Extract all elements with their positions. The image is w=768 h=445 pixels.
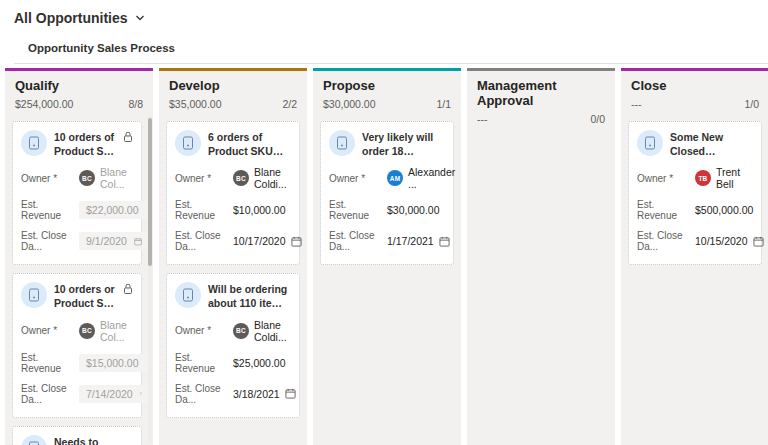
kanban-column-management-approval: Management Approval --- 0/0 — [467, 68, 615, 445]
revenue-label: Est. Revenue — [637, 199, 695, 221]
revenue-value[interactable]: $25,000.00 — [233, 357, 286, 369]
opportunity-card[interactable]: 10 orders of Product SKU JJ202 (sample) … — [12, 121, 142, 265]
owner-name: Alexander ... — [408, 166, 455, 190]
close-date-value[interactable]: 10/15/2020 — [695, 235, 764, 247]
opportunity-card[interactable]: Will be ordering about 110 items of all … — [166, 273, 300, 417]
revenue-value[interactable]: $500,000.00 — [695, 204, 753, 216]
owner-value[interactable]: BC Blane Coldi... — [233, 166, 291, 190]
close-date-label: Est. Close Da... — [637, 230, 695, 252]
column-count: 2/2 — [282, 98, 297, 110]
opportunity-entity-icon — [21, 130, 47, 156]
card-title: Needs to restock their supply of Product… — [54, 435, 133, 445]
close-date-label: Est. Close Da... — [175, 383, 233, 405]
owner-value[interactable]: TB Trent Bell — [695, 166, 753, 190]
card-title: Some New Closed Opportunity — [670, 130, 753, 158]
close-date-value[interactable]: 1/17/2021 — [387, 235, 450, 247]
revenue-label: Est. Revenue — [175, 199, 233, 221]
revenue-value: $22,000.00 — [79, 201, 149, 219]
card-title: Very likely will order 18 Product SKU JJ… — [362, 130, 445, 158]
kanban-column-develop: Develop $35,000.00 2/2 6 orders of Produ… — [159, 68, 307, 445]
kanban-board: Qualify $254,000.00 8/8 10 orders of Pro… — [0, 64, 768, 445]
owner-value[interactable]: AM Alexander ... — [387, 166, 455, 190]
close-date-label: Est. Close Da... — [21, 230, 79, 252]
revenue-label: Est. Revenue — [329, 199, 387, 221]
calendar-icon — [140, 388, 142, 399]
column-amount: --- — [477, 113, 488, 125]
column-cards — [467, 129, 615, 445]
opportunity-card[interactable]: 10 orders or Product SKU AX305 this summ… — [12, 273, 142, 417]
close-date-value[interactable]: 3/18/2021 — [233, 388, 296, 400]
card-title: 10 orders or Product SKU AX305 this summ… — [54, 282, 120, 310]
column-header: Develop $35,000.00 2/2 — [159, 71, 307, 114]
opportunity-entity-icon — [637, 130, 663, 156]
owner-avatar: AM — [387, 170, 403, 186]
card-title: 6 orders of Product SKU JJ202 (sample) — [208, 130, 291, 158]
calendar-icon[interactable] — [439, 236, 450, 247]
close-date-text: 10/17/2020 — [233, 235, 286, 247]
close-date-value: 9/1/2020 — [79, 232, 149, 250]
revenue-value[interactable]: $10,000.00 — [233, 204, 286, 216]
close-date-text: 9/1/2020 — [86, 235, 127, 247]
opportunity-entity-icon — [21, 435, 47, 445]
lock-icon — [123, 283, 133, 295]
column-title: Close — [631, 79, 759, 94]
column-count: 1/1 — [436, 98, 451, 110]
owner-label: Owner * — [637, 173, 695, 184]
column-count: 0/0 — [590, 113, 605, 125]
column-cards: 10 orders of Product SKU JJ202 (sample) … — [5, 114, 153, 445]
calendar-icon[interactable] — [291, 236, 302, 247]
close-date-value: 7/14/2020 — [79, 385, 149, 403]
close-date-text: 10/15/2020 — [695, 235, 748, 247]
opportunity-entity-icon — [175, 282, 201, 308]
scrollbar-thumb[interactable] — [148, 118, 152, 266]
column-header: Qualify $254,000.00 8/8 — [5, 71, 153, 114]
column-title: Management Approval — [477, 79, 605, 109]
owner-avatar: BC — [233, 170, 249, 186]
opportunity-entity-icon — [21, 282, 47, 308]
kanban-column-close: Close --- 1/0 Some New Closed Opportunit… — [621, 68, 768, 445]
column-cards: 6 orders of Product SKU JJ202 (sample) O… — [159, 114, 307, 445]
calendar-icon[interactable] — [285, 388, 296, 399]
close-date-text: 1/17/2021 — [387, 235, 434, 247]
opportunity-card[interactable]: 6 orders of Product SKU JJ202 (sample) O… — [166, 121, 300, 265]
close-date-label: Est. Close Da... — [175, 230, 233, 252]
opportunity-card[interactable]: Very likely will order 18 Product SKU JJ… — [320, 121, 454, 265]
opportunity-card[interactable]: Some New Closed Opportunity Owner * TB T… — [628, 121, 762, 265]
card-title: 10 orders of Product SKU JJ202 (sample) — [54, 130, 120, 158]
chevron-down-icon — [135, 13, 145, 23]
close-date-value[interactable]: 10/17/2020 — [233, 235, 302, 247]
opportunity-entity-icon — [175, 130, 201, 156]
column-scrollbar[interactable] — [148, 116, 152, 444]
owner-label: Owner * — [21, 173, 79, 184]
owner-label: Owner * — [175, 173, 233, 184]
owner-label: Owner * — [329, 173, 387, 184]
column-count: 1/0 — [744, 98, 759, 110]
opportunity-card[interactable]: Needs to restock their supply of Product… — [12, 426, 142, 445]
card-title: Will be ordering about 110 items of all … — [208, 282, 291, 310]
close-date-label: Est. Close Da... — [21, 383, 79, 405]
revenue-label: Est. Revenue — [21, 352, 79, 374]
owner-name: Blane Coldi... — [254, 166, 291, 190]
owner-value[interactable]: BC Blane Coldi... — [233, 319, 291, 343]
revenue-value: $15,000.00 — [79, 354, 149, 372]
column-title: Propose — [323, 79, 451, 94]
owner-avatar: BC — [79, 170, 95, 186]
view-selector-label: All Opportunities — [14, 10, 128, 26]
owner-name: Blane Col... — [100, 166, 133, 190]
column-header: Close --- 1/0 — [621, 71, 768, 114]
revenue-label: Est. Revenue — [175, 352, 233, 374]
kanban-column-qualify: Qualify $254,000.00 8/8 10 orders of Pro… — [5, 68, 153, 445]
revenue-label: Est. Revenue — [21, 199, 79, 221]
owner-name: Blane Coldi... — [254, 319, 291, 343]
view-selector[interactable]: All Opportunities — [14, 10, 145, 26]
column-header: Management Approval --- 0/0 — [467, 71, 615, 129]
owner-label: Owner * — [21, 325, 79, 336]
process-title: Opportunity Sales Process — [28, 42, 768, 54]
column-amount: $35,000.00 — [169, 98, 222, 110]
page-header: All Opportunities Opportunity Sales Proc… — [0, 0, 768, 64]
lock-icon — [123, 131, 133, 143]
owner-name: Trent Bell — [716, 166, 753, 190]
column-title: Develop — [169, 79, 297, 94]
revenue-value[interactable]: $30,000.00 — [387, 204, 440, 216]
calendar-icon[interactable] — [753, 236, 764, 247]
